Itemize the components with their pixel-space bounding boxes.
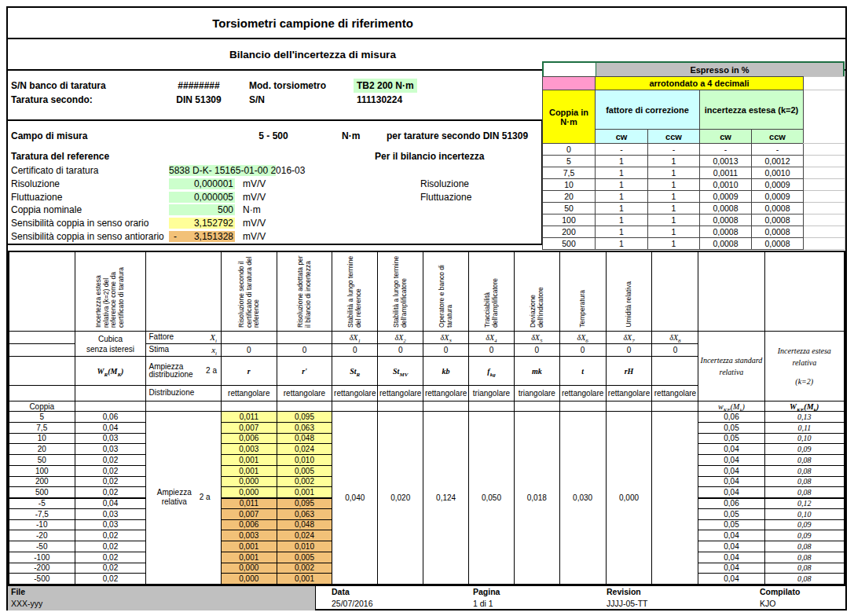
- side-table-row: 10110,00100,0009: [543, 179, 845, 191]
- main-table-cell: 0,02: [75, 465, 146, 476]
- detail-unit: mV/V: [243, 178, 266, 189]
- main-table-cell: 0,08: [764, 487, 845, 498]
- symbol-dX1: δX1: [332, 332, 378, 344]
- symbol-mk: mk: [514, 357, 559, 386]
- main-table-cell: 0,048: [277, 519, 332, 530]
- detail-right-label: Fluttuazione: [420, 192, 471, 203]
- sn-banco-value: ########: [163, 80, 235, 91]
- main-table-cell: 0,000: [221, 487, 277, 498]
- page-subtitle: Bilancio dell'incertezza di misura: [229, 49, 396, 60]
- main-table-cell: 0,03: [75, 519, 146, 530]
- bilancio-incertezza-heading: Per il bilancio incertezza: [375, 151, 484, 162]
- side-table-cell: 1: [648, 214, 700, 226]
- main-table-cell: 0,001: [221, 541, 277, 552]
- side-table-cell: 5: [543, 156, 596, 167]
- symbol-WR: WR(MK): [75, 357, 146, 386]
- detail-value: 0,000001: [169, 178, 235, 189]
- detail-value: 3,151328: [169, 231, 235, 242]
- side-table-row: 200110,00080,0008: [543, 226, 845, 238]
- main-table-cell: 0,13: [764, 412, 845, 423]
- footer-value: 25/07/2016: [332, 599, 373, 608]
- rotated-header: Temperatura: [579, 288, 587, 329]
- stima-label: Stima: [148, 346, 169, 354]
- side-table-cell: 0: [543, 144, 596, 156]
- page-title: Torsiometri campione di riferimento: [212, 16, 413, 30]
- main-table-cell: 0,020: [378, 412, 423, 585]
- side-table-row: 100110,00080,0008: [543, 214, 845, 226]
- symbol-fkg: fkg: [469, 357, 515, 386]
- main-table-cell: 0,002: [277, 476, 332, 487]
- main-table-cell: 0,000: [606, 412, 652, 585]
- main-table-cell: 0,124: [423, 412, 469, 585]
- main-table-cell: 20: [9, 444, 75, 455]
- uncertainty-budget-table: Incertezza estesa relativa (k=2) del ref…: [8, 251, 845, 585]
- detail-label: Fluttuazione: [11, 192, 62, 203]
- main-table-cell: 0,04: [698, 563, 764, 574]
- main-table-cell: 0,09: [764, 530, 845, 541]
- sn-banco-label: S/N banco di taratura: [11, 80, 106, 91]
- sheet-border: Torsiometri campione di riferimento Bila…: [6, 6, 847, 610]
- side-table-cell: 0,0008: [752, 226, 804, 238]
- main-table-cell: 0,08: [764, 455, 845, 466]
- main-table-cell: 0,095: [277, 498, 332, 509]
- side-table-body: 0----5110,00130,00127,5110,00110,0010101…: [543, 144, 845, 250]
- detail-label: Risoluzione: [11, 178, 60, 189]
- main-table-cell: 0,03: [75, 444, 146, 455]
- sn-value: 111130224: [357, 94, 402, 105]
- main-table-cell: 0,04: [75, 422, 146, 433]
- main-table-cell: 0,05: [698, 422, 764, 433]
- side-table-cell: 1: [596, 226, 648, 238]
- rotated-header: Incertezza estesa relativa (k=2) del ref…: [95, 252, 125, 329]
- footer-label: Compilato: [760, 587, 800, 596]
- details-box: Campo di misura 5 - 500 N·m per tarature…: [8, 119, 543, 245]
- footer-gray-block: [8, 586, 316, 610]
- gridline-cell: [804, 226, 845, 238]
- main-table-cell: 0,006: [221, 519, 277, 530]
- main-table-cell: 0,02: [75, 487, 146, 498]
- footer-label: File: [11, 587, 25, 596]
- main-table-cell: -50: [9, 541, 75, 552]
- side-table-cell: 1: [648, 167, 700, 179]
- gridline-cell: [804, 77, 845, 90]
- main-table-row: 50,06Ampiezzarelativa2 a0,0110,0950,0400…: [9, 412, 845, 423]
- gridline-cell: [804, 179, 845, 191]
- main-table-cell: 0,001: [221, 552, 277, 563]
- side-table-cell: 1: [596, 238, 648, 250]
- side-table-cell: 1: [596, 191, 648, 203]
- main-table-cell: 0,006: [221, 433, 277, 444]
- side-table-cell: 0,0008: [752, 238, 804, 250]
- footer-value: XXX-yyy: [11, 599, 42, 608]
- coppia-header-cell: Coppia in N·m: [543, 90, 596, 144]
- detail-value: 0,000005: [169, 192, 235, 203]
- ccw-header: ccw: [648, 130, 700, 144]
- main-table-cell: 0,024: [277, 444, 332, 455]
- side-table-cell: 1: [596, 203, 648, 214]
- gridline-cell: [804, 191, 845, 203]
- ampiezza-2a: 2 a: [206, 367, 217, 376]
- detail-unit: N·m: [243, 204, 261, 215]
- main-table-cell: 0,000: [221, 563, 277, 574]
- incertezza-estesa-header: Incertezza estesa relativa(k=2): [764, 332, 845, 402]
- side-table-cell: 1: [596, 156, 648, 167]
- main-table-cell: 5: [9, 412, 75, 423]
- side-table-cell: 50: [543, 203, 596, 214]
- taratura-secondo-value: DIN 51309: [163, 94, 235, 105]
- main-table-cell: 0,007: [221, 508, 277, 519]
- main-table-cell: 0,04: [698, 552, 764, 563]
- main-table-cell: 100: [9, 465, 75, 476]
- rotated-header: Deviazione dell'indicatore: [530, 252, 544, 329]
- espresso-header: Espresso in %: [542, 61, 845, 78]
- symbol-dX2: δX2: [378, 332, 423, 344]
- main-table-cell: 0,04: [698, 455, 764, 466]
- symbol-StR: StR: [332, 357, 378, 386]
- main-table-cell: -10: [9, 519, 75, 530]
- side-table-cell: -: [596, 144, 648, 156]
- espresso-label: Espresso in %: [596, 63, 843, 76]
- symbol-dX7: δX7: [606, 332, 652, 344]
- side-table-cell: 0,0008: [700, 203, 752, 214]
- main-table-cell: 500: [9, 487, 75, 498]
- gridline-cell: [804, 90, 845, 144]
- side-table-cell: -: [648, 144, 700, 156]
- detail-value: 5838 D-K- 15165-01-00 2016-03: [169, 165, 276, 176]
- fattore-label: Fattore: [148, 333, 174, 342]
